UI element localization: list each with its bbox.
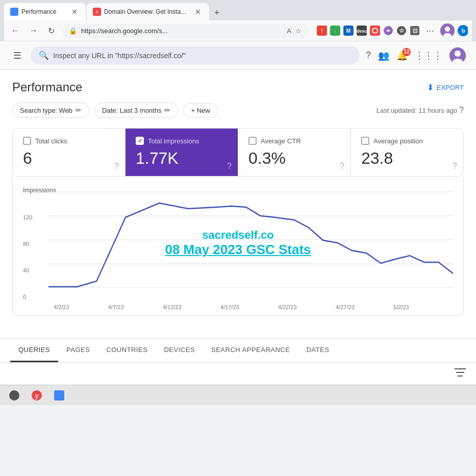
metric-value-position: 23.8 — [361, 149, 453, 168]
new-filter-button[interactable]: + New — [183, 103, 217, 118]
browser-extensions: ! ↑ M desc ☆ ⊡ ⋯ b — [317, 23, 468, 38]
metric-card-header-impressions: Total impressions — [136, 137, 228, 145]
filter-sort-button[interactable] — [455, 368, 466, 380]
taskbar-item-2[interactable]: y — [27, 388, 47, 403]
taskbar-item-3[interactable] — [49, 388, 69, 403]
date-filter[interactable]: Date: Last 3 months ✏ — [94, 103, 178, 118]
new-filter-label: + New — [191, 107, 210, 114]
export-button[interactable]: ⬇ EXPORT — [427, 83, 464, 92]
y-label: Impressions — [23, 187, 44, 194]
svg-text:⊡: ⊡ — [413, 28, 417, 34]
bottom-section: QUERIES PAGES COUNTRIES DEVICES SEARCH A… — [0, 338, 476, 385]
svg-point-23 — [455, 51, 461, 57]
page-title: Performance — [12, 80, 82, 94]
y-tick-0: 0 — [23, 294, 44, 300]
metric-checkbox-ctr[interactable] — [248, 137, 257, 145]
metric-card-average-position[interactable]: Average position 23.8 ? — [351, 129, 463, 176]
svg-point-18 — [445, 27, 450, 32]
svg-text:!: ! — [321, 28, 322, 34]
search-icon: 🔍 — [39, 51, 49, 60]
metric-label-clicks: Total clicks — [35, 137, 67, 145]
metric-cards: Total clicks 6 ? Total impressions 1.77K… — [12, 128, 464, 177]
tab-nav-pages[interactable]: PAGES — [58, 339, 98, 362]
ext-icon-desc: desc — [357, 26, 367, 36]
date-label: Date: Last 3 months — [102, 107, 161, 114]
metric-checkbox-position[interactable] — [361, 137, 369, 145]
reload-button[interactable]: ↻ — [45, 24, 58, 38]
gsc-profile-avatar[interactable] — [449, 47, 466, 64]
gsc-search-bar[interactable]: 🔍 Inspect any URL in "https://sacredself… — [31, 46, 360, 64]
svg-text:☆: ☆ — [399, 27, 405, 34]
y-tick-120: 120 — [23, 214, 44, 220]
metric-checkbox-impressions[interactable] — [136, 137, 144, 145]
gsc-toolbar-icons: ? 👥 🔔 12 ⋮⋮⋮ — [366, 47, 466, 64]
tab-performance-close[interactable]: ✕ — [69, 7, 80, 17]
ext-icon-star: ☆ — [396, 26, 407, 36]
notification-icon[interactable]: 🔔 12 — [396, 50, 408, 61]
svg-text:↑: ↑ — [334, 29, 336, 34]
svg-text:b: b — [462, 28, 465, 34]
metric-checkbox-clicks[interactable] — [23, 137, 31, 145]
search-type-filter[interactable]: Search type: Web ✏ — [12, 103, 89, 118]
metric-value-ctr: 0.3% — [248, 149, 340, 168]
new-tab-button[interactable]: + — [210, 6, 224, 20]
gsc-tab-icon — [10, 8, 18, 16]
filter-row: Search type: Web ✏ Date: Last 3 months ✏… — [12, 103, 464, 118]
metric-help-clicks[interactable]: ? — [114, 162, 119, 171]
tab-nav-dates[interactable]: DATES — [298, 339, 337, 362]
metric-help-impressions[interactable]: ? — [227, 162, 232, 171]
filter-icon-row — [0, 363, 476, 385]
notification-badge: 12 — [403, 48, 411, 56]
chart-container: 4/2/23 4/7/23 4/12/23 4/17/23 4/22/23 4/… — [48, 187, 453, 310]
more-options-button[interactable]: ⋯ — [423, 24, 437, 38]
translate-icon: A — [287, 27, 291, 35]
tab-nav-queries[interactable]: QUERIES — [10, 339, 58, 362]
tab-nav-devices[interactable]: DEVICES — [156, 339, 203, 362]
main-content: Performance ⬇ EXPORT Search type: Web ✏ … — [0, 70, 476, 338]
svg-point-33 — [9, 390, 19, 400]
metric-card-total-clicks[interactable]: Total clicks 6 ? — [13, 129, 126, 176]
ext-icon-2: ↑ — [330, 26, 340, 36]
taskbar: y — [0, 385, 476, 405]
tab-nav-countries[interactable]: COUNTRIES — [98, 339, 156, 362]
metric-card-header-ctr: Average CTR — [248, 137, 340, 145]
address-bar[interactable]: 🔒 https://search.google.com/s... A ☆ — [62, 24, 309, 38]
metric-card-header-position: Average position — [361, 137, 453, 145]
chart-x-axis: 4/2/23 4/7/23 4/12/23 4/17/23 4/22/23 4/… — [48, 301, 453, 310]
svg-rect-36 — [54, 390, 64, 400]
download-icon: ⬇ — [427, 83, 434, 92]
users-icon[interactable]: 👥 — [378, 50, 389, 61]
apps-icon[interactable]: ⋮⋮⋮ — [415, 50, 442, 61]
back-button[interactable]: ← — [8, 24, 22, 37]
ext-icon-save: ⊡ — [410, 26, 420, 36]
profile-avatar[interactable] — [440, 23, 455, 38]
metric-value-clicks: 6 — [23, 149, 115, 168]
chart-with-axis: Impressions 120 80 40 0 — [23, 187, 453, 310]
metric-help-position[interactable]: ? — [453, 162, 457, 171]
x-label-0: 4/2/23 — [54, 304, 69, 310]
lock-icon: 🔒 — [69, 27, 77, 35]
metric-card-total-impressions[interactable]: Total impressions 1.77K ? — [126, 129, 238, 176]
tab-domain-close[interactable]: ✕ — [193, 7, 203, 17]
taskbar-item-1[interactable] — [4, 388, 24, 403]
page-header: Performance ⬇ EXPORT — [12, 80, 464, 94]
last-updated-help-icon[interactable]: ? — [459, 106, 464, 115]
ext-icon-1: ! — [317, 26, 327, 36]
tab-domain-overview[interactable]: S Domain Overview: Get Instant D... ✕ — [87, 3, 209, 20]
tab-performance[interactable]: Performance ✕ — [4, 3, 86, 20]
date-edit-icon: ✏ — [164, 106, 170, 114]
impressions-chart — [48, 187, 453, 299]
metric-card-average-ctr[interactable]: Average CTR 0.3% ? — [238, 129, 351, 176]
address-bar-row: ← → ↻ 🔒 https://search.google.com/s... A… — [4, 20, 472, 41]
y-tick-40: 40 — [23, 267, 44, 273]
search-type-label: Search type: Web — [20, 107, 72, 114]
sidebar-menu-button[interactable]: ☰ — [10, 48, 24, 63]
metric-help-ctr[interactable]: ? — [340, 162, 344, 171]
search-type-edit-icon: ✏ — [76, 106, 82, 114]
tab-nav-search-appearance[interactable]: SEARCH APPEARANCE — [203, 339, 298, 362]
star-icon: ☆ — [295, 27, 302, 35]
forward-button[interactable]: → — [27, 24, 41, 37]
x-label-5: 4/27/23 — [336, 304, 355, 310]
help-icon[interactable]: ? — [366, 50, 371, 61]
bing-icon: b — [458, 26, 468, 36]
